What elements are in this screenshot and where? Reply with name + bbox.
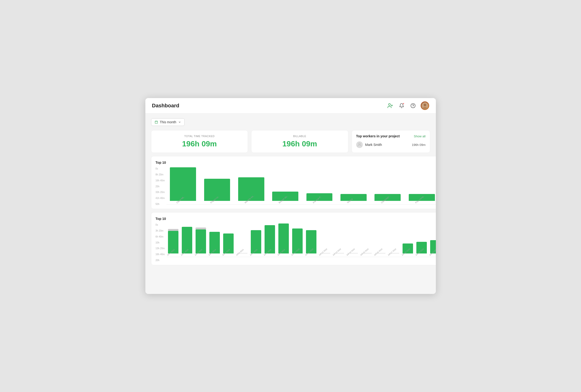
total-time-label: TOTAL TIME TRACKED (157, 135, 242, 138)
bar-group: Post-camp.. (405, 194, 436, 204)
chart1-title: Top 10 (156, 161, 166, 164)
chart2-title: Top 10 (156, 217, 166, 221)
top-workers-show-all[interactable]: Show all (414, 134, 425, 138)
charts-col: Top 10 Billable Non-Billable (151, 156, 436, 270)
worker-avatar (356, 142, 363, 148)
bar-group: Jun 4 2024 (208, 232, 221, 257)
stats-grid: TOTAL TIME TRACKED 196h 09m BILLABLE 196… (151, 130, 430, 153)
bar-date-label: Jun 14 2024 (346, 246, 357, 256)
bar-group: Testing (337, 194, 370, 204)
filter-bar: This month (151, 118, 430, 126)
bar-group: Jun 3 2024 (194, 228, 207, 257)
bar-group: Jun 11 2024 (305, 230, 318, 257)
bar-date-label: Jun 15 2024 (360, 246, 371, 256)
add-person-icon[interactable] (386, 102, 394, 110)
bar-group: Jun 18 2024 (401, 244, 414, 257)
bar-group: Project co.. (201, 179, 233, 204)
bar-group: Jun 8 2024 (263, 225, 276, 257)
bar-group: Jun 12 2024 (318, 253, 331, 257)
top-workers-card: Top workers in your project Show all Mar… (352, 130, 430, 153)
chart2-card: Top 10 Billable Non-Billable (151, 212, 436, 265)
bottom-layout: Top 10 Billable Non-Billable (151, 156, 430, 270)
worker-time: 196h 09m (412, 143, 426, 146)
bar-date-label: Jun 16 2024 (374, 246, 385, 256)
svg-line-3 (403, 103, 404, 104)
bar-group: Jun 7 2024 (249, 230, 262, 257)
billable-value: 196h 09m (257, 140, 342, 148)
top-workers-title: Top workers in your project (356, 134, 400, 138)
bar-group: Jun 1 2024 (166, 229, 180, 257)
svg-point-0 (389, 104, 390, 106)
bar-group: Jun 9 2024 (277, 224, 290, 257)
svg-point-13 (359, 143, 360, 145)
bell-icon[interactable] (398, 102, 405, 110)
bar-group: Jun 14 2024 (346, 253, 359, 257)
help-icon[interactable] (409, 102, 417, 110)
bar-group: Pre-trial P.. (303, 193, 336, 204)
svg-rect-9 (155, 121, 157, 123)
bar-group: Budget dis.. (269, 192, 302, 204)
chart2-bars: Jun 1 2024Jun 2 2024Jun 3 2024Jun 4 2024… (166, 224, 436, 257)
bar-group: Jun 19 2024 (415, 242, 428, 257)
filter-label: This month (160, 120, 176, 124)
bar-group: Jun 15 2024 (360, 253, 373, 257)
bar-group: Jun 13 2024 (332, 253, 345, 257)
bar-group: Jun 20 2024 (429, 240, 436, 257)
bar-group: Jun 10 2024 (291, 228, 304, 257)
chart2-y-labels: 20h 16h 40m 13h 20m 10h 6h 40m 3h 20m 0s (156, 224, 165, 262)
billable-card: BILLABLE 196h 09m (251, 130, 348, 153)
bar-group: Campaign .. (371, 194, 404, 204)
bar-non-billable[interactable] (168, 229, 178, 231)
total-time-card: TOTAL TIME TRACKED 196h 09m (151, 130, 248, 153)
bar-group: Jun 2 2024 (180, 227, 193, 257)
header: Dashboard (145, 98, 436, 114)
bar-group: Jun 17 2024 (387, 253, 400, 257)
bar-date-label: Jun 17 2024 (387, 246, 399, 256)
chart1-card: Top 10 Billable Non-Billable (151, 156, 436, 209)
worker-name: Mark Smith (365, 143, 410, 146)
app-window: Dashboard (145, 98, 436, 294)
bar-group: Jun 6 2024 (236, 253, 249, 257)
bar-group: Jun 5 2024 (222, 234, 235, 257)
chart2-header: Top 10 Billable Non-Billable (156, 217, 436, 221)
bar-non-billable[interactable] (196, 228, 206, 230)
bar-group: Monthly Int.. (235, 177, 267, 204)
main-content: This month TOTAL TIME TRACKED 196h 09m B… (145, 114, 436, 276)
bar-date-label: Jun 12 2024 (318, 246, 330, 256)
top-workers-header: Top workers in your project Show all (356, 134, 426, 138)
bar-group: Client Mtl.. (166, 167, 199, 204)
bar-date-label: Jun 13 2024 (332, 246, 344, 256)
worker-row: Mark Smith 196h 09m (356, 142, 426, 148)
user-avatar[interactable] (421, 102, 429, 110)
bar-group: Jun 16 2024 (374, 253, 387, 257)
chart1-y-labels: 50h 41h 40m 33h 20m 25h 16h 40m 8h 20m 0… (156, 167, 165, 206)
chart1-header: Top 10 Billable Non-Billable (156, 161, 436, 164)
page-title: Dashboard (152, 102, 179, 109)
total-time-value: 196h 09m (157, 140, 242, 148)
this-month-filter[interactable]: This month (151, 118, 185, 126)
bar-date-label: Jun 6 2024 (236, 246, 247, 256)
billable-label: BILLABLE (257, 135, 342, 138)
svg-point-7 (424, 104, 426, 106)
chart1-bars: Client Mtl..Project co..Monthly Int..Bud… (166, 167, 436, 205)
header-actions (386, 102, 429, 110)
